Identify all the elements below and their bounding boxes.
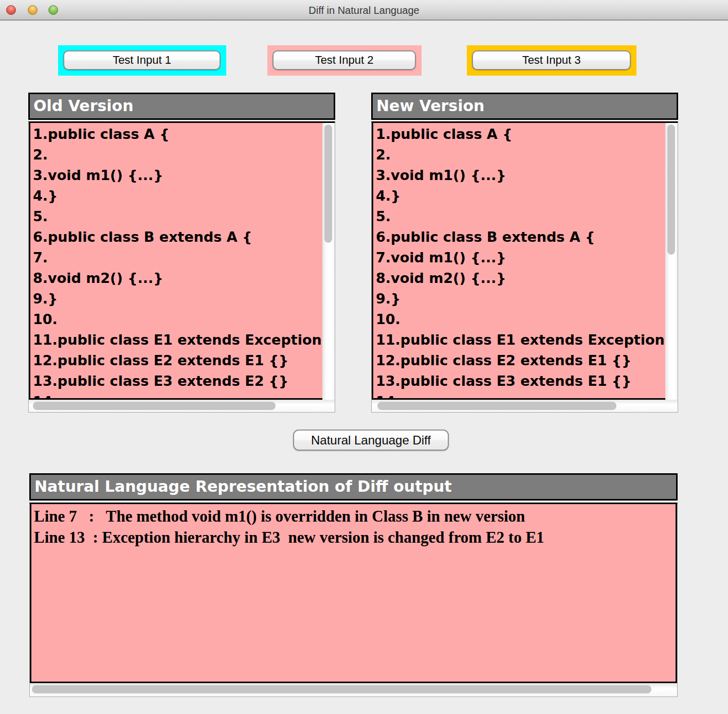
test-input-1-highlight: Test Input 1: [58, 45, 226, 76]
test-input-3-button[interactable]: Test Input 3: [472, 50, 631, 70]
new-version-horizontal-scrollbar[interactable]: [372, 400, 678, 412]
new-version-vertical-scrollbar-thumb[interactable]: [667, 124, 675, 255]
old-version-vertical-scrollbar[interactable]: [322, 123, 335, 400]
old-version-scrollpane: 1.public class A { 2. 3.void m1() {...} …: [28, 121, 335, 413]
output-panel-viewport: Line 7 : The method void m1() is overrid…: [30, 504, 677, 683]
new-version-textarea[interactable]: 1.public class A { 2. 3.void m1() {...} …: [373, 123, 665, 400]
output-panel-header: Natural Language Representation of Diff …: [29, 473, 678, 501]
old-version-horizontal-scrollbar[interactable]: [29, 400, 335, 412]
titlebar[interactable]: Diff in Natural Language: [0, 0, 728, 21]
window-title: Diff in Natural Language: [0, 0, 728, 21]
new-version-header: New Version: [371, 93, 678, 120]
output-panel-textarea[interactable]: Line 7 : The method void m1() is overrid…: [31, 504, 676, 548]
test-input-2-highlight: Test Input 2: [267, 45, 422, 76]
app-window: { "window": { "title": "Diff in Natural …: [0, 0, 728, 714]
test-input-3-highlight: Test Input 3: [467, 45, 636, 76]
new-version-viewport: 1.public class A { 2. 3.void m1() {...} …: [372, 123, 665, 400]
old-version-textarea[interactable]: 1.public class A { 2. 3.void m1() {...} …: [30, 123, 322, 400]
old-version-vertical-scrollbar-thumb[interactable]: [324, 124, 332, 243]
old-version-header: Old Version: [28, 93, 335, 120]
output-panel-scrollpane: Line 7 : The method void m1() is overrid…: [29, 503, 678, 697]
natural-language-diff-button[interactable]: Natural Language Diff: [293, 430, 449, 451]
old-version-horizontal-scrollbar-thumb[interactable]: [33, 402, 276, 410]
new-version-vertical-scrollbar[interactable]: [665, 123, 678, 400]
output-panel-horizontal-scrollbar[interactable]: [30, 683, 677, 697]
new-version-horizontal-scrollbar-thumb[interactable]: [377, 402, 616, 410]
test-input-1-button[interactable]: Test Input 1: [63, 50, 221, 70]
new-version-scrollpane: 1.public class A { 2. 3.void m1() {...} …: [371, 121, 678, 413]
test-input-2-button[interactable]: Test Input 2: [272, 50, 416, 70]
old-version-viewport: 1.public class A { 2. 3.void m1() {...} …: [29, 123, 322, 400]
output-panel-horizontal-scrollbar-thumb[interactable]: [32, 685, 651, 693]
